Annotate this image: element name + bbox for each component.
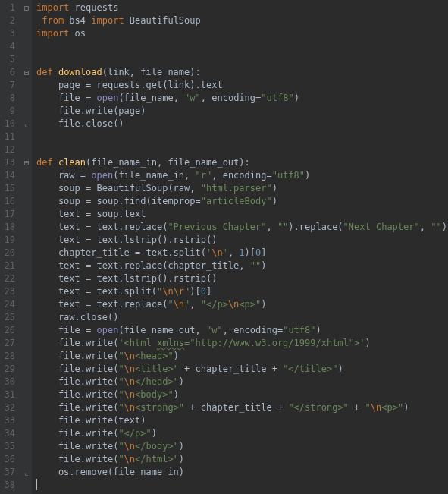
code-line[interactable]: text = text.lstrip().rstrip() xyxy=(36,234,448,247)
code-line[interactable]: text = text.replace("Previous Chapter", … xyxy=(36,221,448,234)
line-number: 36 xyxy=(3,453,15,466)
line-number: 16 xyxy=(3,195,15,208)
code-line[interactable]: chapter_title = text.split('\n', 1)[0] xyxy=(36,247,448,260)
fold-gutter[interactable]: ⊟⊟⌞⊟⌞ xyxy=(21,0,32,494)
code-line[interactable] xyxy=(36,53,448,66)
code-line[interactable]: import os xyxy=(36,27,448,40)
line-number: 24 xyxy=(3,298,15,311)
fold-marker xyxy=(21,453,32,466)
line-number: 34 xyxy=(3,427,15,440)
fold-marker xyxy=(21,221,32,234)
line-number: 12 xyxy=(3,143,15,156)
line-number: 30 xyxy=(3,376,15,389)
code-line[interactable]: file.write("\n<body>") xyxy=(36,389,448,401)
line-number: 9 xyxy=(3,105,15,118)
code-line[interactable] xyxy=(36,40,448,53)
code-line[interactable]: def download(link, file_name): xyxy=(36,66,448,79)
code-area[interactable]: import requests from bs4 import Beautifu… xyxy=(32,0,448,494)
line-number: 14 xyxy=(3,169,15,182)
fold-marker xyxy=(21,169,32,182)
line-number: 32 xyxy=(3,401,15,414)
code-line[interactable] xyxy=(36,143,448,156)
line-number: 6 xyxy=(3,66,15,79)
fold-marker xyxy=(21,363,32,376)
fold-marker xyxy=(21,195,32,208)
code-line[interactable]: file.write(page) xyxy=(36,105,448,118)
line-number: 1 xyxy=(3,2,15,14)
code-line[interactable]: file.write("\n<head>") xyxy=(36,350,448,363)
line-number: 37 xyxy=(3,466,15,479)
code-line[interactable]: file.write("\n</html>") xyxy=(36,453,448,466)
line-number: 28 xyxy=(3,350,15,363)
code-line[interactable]: def clean(file_name_in, file_name_out): xyxy=(36,156,448,169)
line-number: 2 xyxy=(3,14,15,27)
code-line[interactable]: page = requests.get(link).text xyxy=(36,79,448,92)
line-number: 7 xyxy=(3,79,15,92)
fold-marker xyxy=(21,131,32,143)
line-number: 38 xyxy=(3,479,15,492)
code-line[interactable]: file = open(file_name, "w", encoding="ut… xyxy=(36,92,448,105)
fold-marker xyxy=(21,27,32,40)
code-line[interactable]: file = open(file_name_out, "w", encoding… xyxy=(36,324,448,337)
line-number: 15 xyxy=(3,182,15,195)
fold-marker xyxy=(21,143,32,156)
code-line[interactable]: soup = BeautifulSoup(raw, "html.parser") xyxy=(36,182,448,195)
code-line[interactable]: text = text.split("\n\r")[0] xyxy=(36,285,448,298)
line-number: 8 xyxy=(3,92,15,105)
line-number: 11 xyxy=(3,131,15,143)
fold-marker xyxy=(21,389,32,401)
code-line[interactable]: text = soup.text xyxy=(36,208,448,221)
line-number: 17 xyxy=(3,208,15,221)
line-number: 25 xyxy=(3,311,15,324)
line-number-gutter: 1234567891011121314151617181920212223242… xyxy=(0,0,21,494)
line-number: 31 xyxy=(3,389,15,401)
fold-marker[interactable]: ⊟ xyxy=(21,66,32,79)
code-line[interactable]: from bs4 import BeautifulSoup xyxy=(36,14,448,27)
fold-marker[interactable]: ⊟ xyxy=(21,2,32,14)
fold-marker xyxy=(21,311,32,324)
line-number: 10 xyxy=(3,118,15,131)
fold-marker xyxy=(21,272,32,285)
code-line[interactable]: raw = open(file_name_in, "r", encoding="… xyxy=(36,169,448,182)
fold-marker xyxy=(21,324,32,337)
fold-marker xyxy=(21,298,32,311)
code-line[interactable]: file.write('<html xmlns="http://www.w3.o… xyxy=(36,337,448,350)
code-line[interactable]: import requests xyxy=(36,2,448,14)
fold-marker xyxy=(21,247,32,260)
code-line[interactable]: file.close() xyxy=(36,118,448,131)
fold-marker xyxy=(21,105,32,118)
code-line[interactable]: raw.close() xyxy=(36,311,448,324)
fold-marker xyxy=(21,260,32,272)
code-line[interactable]: file.write("\n<title>" + chapter_title +… xyxy=(36,363,448,376)
code-line[interactable]: os.remove(file_name_in) xyxy=(36,466,448,479)
code-line[interactable] xyxy=(36,479,448,492)
code-line[interactable]: file.write("\n<strong>" + chapter_title … xyxy=(36,401,448,414)
code-line[interactable]: file.write("</p>") xyxy=(36,427,448,440)
fold-marker xyxy=(21,414,32,427)
code-line[interactable]: file.write("\n</head>") xyxy=(36,376,448,389)
line-number: 20 xyxy=(3,247,15,260)
code-line[interactable]: file.write(text) xyxy=(36,414,448,427)
fold-marker xyxy=(21,182,32,195)
code-editor[interactable]: 1234567891011121314151617181920212223242… xyxy=(0,0,448,494)
code-line[interactable]: text = text.replace("\n", "</p>\n<p>") xyxy=(36,298,448,311)
fold-marker xyxy=(21,79,32,92)
code-line[interactable]: file.write("\n</body>") xyxy=(36,440,448,453)
line-number: 27 xyxy=(3,337,15,350)
fold-marker xyxy=(21,376,32,389)
line-number: 18 xyxy=(3,221,15,234)
line-number: 3 xyxy=(3,27,15,40)
fold-marker[interactable]: ⌞ xyxy=(21,466,32,479)
code-line[interactable]: text = text.replace(chapter_title, "") xyxy=(36,260,448,272)
fold-marker xyxy=(21,53,32,66)
line-number: 5 xyxy=(3,53,15,66)
code-line[interactable]: text = text.lstrip().rstrip() xyxy=(36,272,448,285)
line-number: 22 xyxy=(3,272,15,285)
fold-marker[interactable]: ⌞ xyxy=(21,118,32,131)
code-line[interactable]: soup = soup.find(itemprop="articleBody") xyxy=(36,195,448,208)
line-number: 29 xyxy=(3,363,15,376)
line-number: 19 xyxy=(3,234,15,247)
code-line[interactable] xyxy=(36,131,448,143)
line-number: 26 xyxy=(3,324,15,337)
fold-marker[interactable]: ⊟ xyxy=(21,156,32,169)
